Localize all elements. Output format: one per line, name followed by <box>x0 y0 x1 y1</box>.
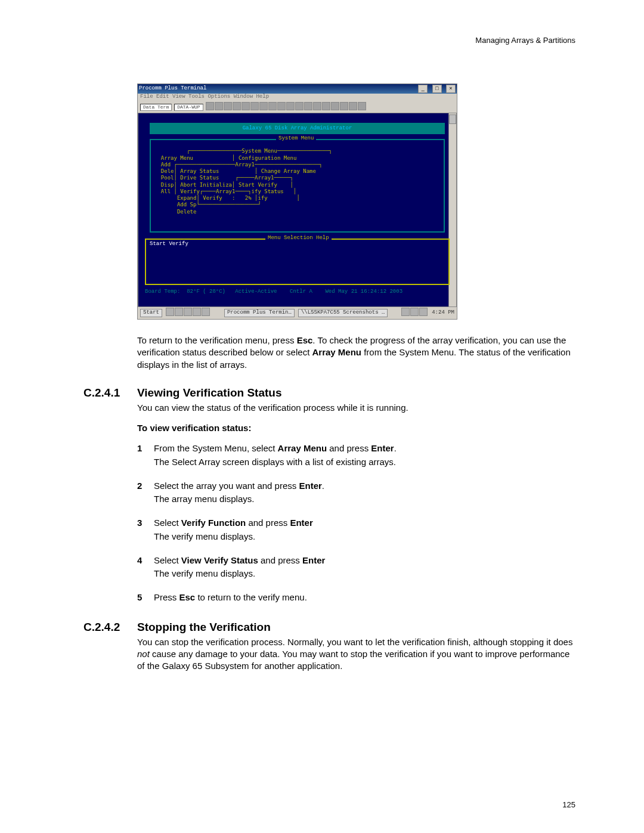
tray-icon[interactable] <box>401 308 410 316</box>
step-5: 5 Press Esc to return to the verify menu… <box>137 592 575 605</box>
minimize-icon[interactable]: _ <box>418 85 428 93</box>
key-esc: Esc <box>179 592 196 602</box>
toolbar[interactable]: Data Term DATA-WUP <box>138 102 457 113</box>
menu-bar[interactable]: File Edit View Tools Options Window Help <box>138 94 457 102</box>
step-number: 5 <box>137 592 154 605</box>
quicklaunch-icon[interactable] <box>184 308 192 316</box>
running-header: Managing Arrays & Partitions <box>475 36 575 45</box>
tray-icon[interactable] <box>410 308 419 316</box>
section-title: Viewing Verification Status <box>137 386 282 400</box>
quicklaunch-icon[interactable] <box>193 308 201 316</box>
step-2: 2 Select the array you want and press En… <box>137 480 575 507</box>
key-enter: Enter <box>302 555 325 565</box>
screenshot: Procomm Plus Terminal _ □ × File Edit Vi… <box>137 83 456 320</box>
step-number: 4 <box>137 555 154 581</box>
toolbar-icon[interactable] <box>322 102 330 110</box>
text: The verify menu displays. <box>154 531 313 543</box>
procedure-heading: To view verification status: <box>137 422 575 434</box>
text: cause any damage to your data. You may w… <box>137 649 569 671</box>
text: . <box>322 481 324 491</box>
toolbar-icon[interactable] <box>206 102 214 110</box>
intro-paragraph: To return to the verification menu, pres… <box>137 335 575 371</box>
text: Press <box>154 592 179 602</box>
toolbar-icon[interactable] <box>358 102 366 110</box>
menu-name: Array Menu <box>312 347 361 357</box>
taskbar[interactable]: Start Procomm Plus Termin… \\LSSKPA7C55 … <box>138 307 457 319</box>
system-menu-label: System Menu <box>276 135 316 142</box>
toolbar-icon[interactable] <box>286 102 295 110</box>
text: . <box>394 443 397 453</box>
quicklaunch-icon[interactable] <box>166 308 174 316</box>
step-4: 4 Select View Verify Status and press En… <box>137 555 575 581</box>
task-button-1[interactable]: Procomm Plus Termin… <box>224 309 295 317</box>
step-number: 1 <box>137 442 154 469</box>
app-banner: Galaxy 65 Disk Array Administrator <box>150 123 445 134</box>
toolbar-icon[interactable] <box>233 102 241 110</box>
tray-icon[interactable] <box>419 308 428 316</box>
text: and press <box>246 518 290 528</box>
text: From the System Menu, select <box>154 443 278 453</box>
text: Select the array you want and press <box>154 481 299 491</box>
quicklaunch-icon[interactable] <box>202 308 210 316</box>
toolbar-icon[interactable] <box>295 102 304 110</box>
text: The array menu displays. <box>154 493 324 505</box>
toolbar-icon[interactable] <box>304 102 312 110</box>
start-button[interactable]: Start <box>140 309 162 317</box>
quicklaunch-icon[interactable] <box>175 308 183 316</box>
window-title: Procomm Plus Terminal <box>139 85 206 92</box>
terminal-area: Galaxy 65 Disk Array Administrator Syste… <box>138 113 457 307</box>
toolbar-icon[interactable] <box>242 102 250 110</box>
scrollbar-thumb[interactable] <box>449 114 456 124</box>
window-titlebar: Procomm Plus Terminal _ □ × <box>138 84 457 94</box>
key-enter: Enter <box>299 481 321 491</box>
emphasis: not <box>137 649 150 659</box>
toolbar-icon[interactable] <box>250 102 259 110</box>
tray-icons[interactable] <box>401 308 428 318</box>
toolbar-icon[interactable] <box>268 102 277 110</box>
maximize-icon[interactable]: □ <box>432 85 442 93</box>
section-number: C.2.4.2 <box>83 621 137 634</box>
toolbar-icon[interactable] <box>215 102 223 110</box>
taskbar-clock: 4:24 PM <box>432 309 454 316</box>
page-number: 125 <box>562 800 575 809</box>
text: The verify menu displays. <box>154 568 325 580</box>
text: and press <box>258 555 302 565</box>
help-line: Start Verify <box>150 241 188 247</box>
status-line: Board Temp: 82°F ( 28°C) Active-Active C… <box>145 289 450 295</box>
toolbar-icon[interactable] <box>259 102 268 110</box>
step-1: 1 From the System Menu, select Array Men… <box>137 442 575 469</box>
text: To return to the verification menu, pres… <box>137 335 297 345</box>
toolbar-icons[interactable] <box>206 102 367 113</box>
text: Select <box>154 518 181 528</box>
toolbar-combo[interactable]: DATA-WUP <box>174 104 203 111</box>
toolbar-icon[interactable] <box>313 102 321 110</box>
text: Select <box>154 555 181 565</box>
menu-name: Array Menu <box>278 443 327 453</box>
section-paragraph: You can stop the verification process. N… <box>137 636 575 673</box>
close-icon[interactable]: × <box>446 85 456 93</box>
toolbar-icon[interactable] <box>340 102 348 110</box>
help-panel: Menu Selection Help Start Verify <box>145 239 450 285</box>
task-button-2[interactable]: \\LSSKPA7C55 Screenshots … <box>298 309 388 317</box>
toolbar-icon[interactable] <box>277 102 286 110</box>
text: to return to the verify menu. <box>195 592 307 602</box>
section-number: C.2.4.1 <box>83 386 137 400</box>
text: The Select Array screen displays with a … <box>154 456 397 468</box>
quicklaunch-icons[interactable] <box>166 308 210 318</box>
menu-panels: System Menu ┌────────────────System Menu… <box>150 139 445 233</box>
menu-text[interactable]: ┌────────────────System Menu────────────… <box>154 148 440 215</box>
section-intro: You can view the status of the verificat… <box>137 402 575 414</box>
step-3: 3 Select Verify Function and press Enter… <box>137 517 575 544</box>
toolbar-field-1[interactable]: Data Term <box>140 104 172 111</box>
menu-name: View Verify Status <box>181 555 258 565</box>
key-enter: Enter <box>371 443 394 453</box>
toolbar-icon[interactable] <box>331 102 339 110</box>
toolbar-icon[interactable] <box>349 102 357 110</box>
key-enter: Enter <box>290 518 312 528</box>
toolbar-icon[interactable] <box>224 102 232 110</box>
text: You can stop the verification process. N… <box>137 637 572 647</box>
menu-name: Verify Function <box>181 518 246 528</box>
step-number: 2 <box>137 480 154 507</box>
key-esc: Esc <box>297 335 313 345</box>
window-buttons: _ □ × <box>417 85 456 93</box>
